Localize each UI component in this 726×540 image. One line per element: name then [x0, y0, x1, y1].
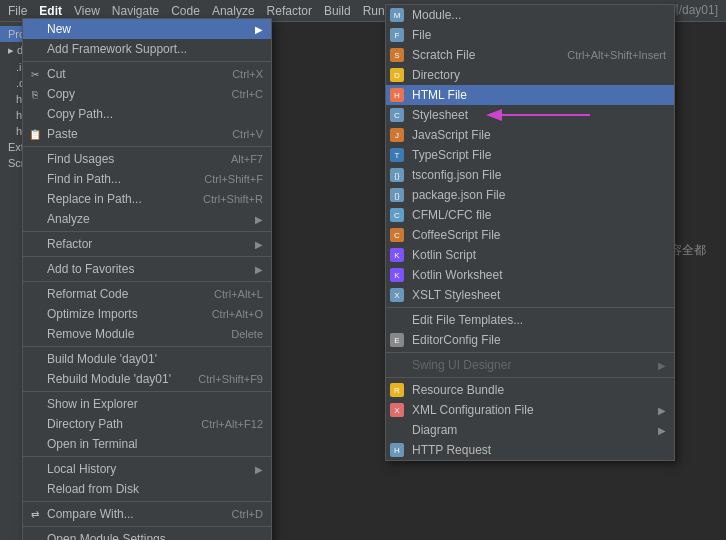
submenu-cfml[interactable]: C CFML/CFC file	[386, 205, 674, 225]
remove-module-shortcut: Delete	[211, 328, 263, 340]
submenu-http-request[interactable]: H HTTP Request	[386, 440, 674, 460]
file-label: File	[412, 28, 431, 42]
menu-refactor[interactable]: Refactor	[267, 4, 312, 18]
paste-shortcut: Ctrl+V	[212, 128, 263, 140]
submenu-module[interactable]: M Module...	[386, 5, 674, 25]
menu-item-optimize[interactable]: Optimize Imports Ctrl+Alt+O	[23, 304, 271, 324]
menu-code[interactable]: Code	[171, 4, 200, 18]
menu-item-analyze[interactable]: Analyze ▶	[23, 209, 271, 229]
typescript-file-label: TypeScript File	[412, 148, 491, 162]
separator-6	[23, 346, 271, 347]
submenu-new[interactable]: M Module... F File S Scratch File Ctrl+A…	[385, 4, 675, 461]
remove-module-label: Remove Module	[47, 327, 134, 341]
menu-item-new[interactable]: New ▶	[23, 19, 271, 39]
submenu-javascript-file[interactable]: J JavaScript File	[386, 125, 674, 145]
javascript-file-icon: J	[390, 128, 404, 142]
directory-label: Directory	[412, 68, 460, 82]
directory-icon: D	[390, 68, 404, 82]
directory-path-label: Directory Path	[47, 417, 123, 431]
menu-item-local-history[interactable]: Local History ▶	[23, 459, 271, 479]
analyze-arrow-icon: ▶	[255, 214, 263, 225]
copy-label: Copy	[47, 87, 75, 101]
find-usages-label: Find Usages	[47, 152, 114, 166]
main-context-menu[interactable]: New ▶ Add Framework Support... ✂ Cut Ctr…	[22, 18, 272, 540]
separator-3	[23, 231, 271, 232]
compare-icon: ⇄	[27, 506, 43, 522]
show-explorer-label: Show in Explorer	[47, 397, 138, 411]
menu-run[interactable]: Run	[363, 4, 385, 18]
submenu-xslt[interactable]: X XSLT Stylesheet	[386, 285, 674, 305]
local-history-arrow-icon: ▶	[255, 464, 263, 475]
submenu-xml-config[interactable]: X XML Configuration File ▶	[386, 400, 674, 420]
submenu-coffeescript[interactable]: C CoffeeScript File	[386, 225, 674, 245]
menu-item-find-in-path[interactable]: Find in Path... Ctrl+Shift+F	[23, 169, 271, 189]
find-in-path-label: Find in Path...	[47, 172, 121, 186]
submenu-diagram[interactable]: Diagram ▶	[386, 420, 674, 440]
reload-disk-label: Reload from Disk	[47, 482, 139, 496]
submenu-stylesheet[interactable]: C Stylesheet	[386, 105, 674, 125]
tsconfig-icon: {}	[390, 168, 404, 182]
menu-item-module-settings[interactable]: Open Module Settings	[23, 529, 271, 540]
submenu-resource-bundle[interactable]: R Resource Bundle	[386, 380, 674, 400]
menu-item-copy-path[interactable]: Copy Path...	[23, 104, 271, 124]
coffeescript-icon: C	[390, 228, 404, 242]
editorconfig-icon: E	[390, 333, 404, 347]
menu-item-directory-path[interactable]: Directory Path Ctrl+Alt+F12	[23, 414, 271, 434]
menu-item-refactor[interactable]: Refactor ▶	[23, 234, 271, 254]
module-settings-label: Open Module Settings	[47, 532, 166, 540]
menu-item-add-framework[interactable]: Add Framework Support...	[23, 39, 271, 59]
menu-file[interactable]: File	[8, 4, 27, 18]
submenu-kotlin-worksheet[interactable]: K Kotlin Worksheet	[386, 265, 674, 285]
kotlin-worksheet-label: Kotlin Worksheet	[412, 268, 503, 282]
submenu-directory[interactable]: D Directory	[386, 65, 674, 85]
submenu-file[interactable]: F File	[386, 25, 674, 45]
menu-item-reload-disk[interactable]: Reload from Disk	[23, 479, 271, 499]
xml-config-icon: X	[390, 403, 404, 417]
add-framework-label: Add Framework Support...	[47, 42, 187, 56]
menu-item-cut[interactable]: ✂ Cut Ctrl+X	[23, 64, 271, 84]
submenu-swing-designer[interactable]: Swing UI Designer ▶	[386, 355, 674, 375]
submenu-scratch-file[interactable]: S Scratch File Ctrl+Alt+Shift+Insert	[386, 45, 674, 65]
xslt-label: XSLT Stylesheet	[412, 288, 500, 302]
copy-shortcut: Ctrl+C	[212, 88, 263, 100]
separator-8	[23, 456, 271, 457]
compare-with-label: Compare With...	[47, 507, 134, 521]
submenu-html-file[interactable]: H HTML File	[386, 85, 674, 105]
refactor-label: Refactor	[47, 237, 92, 251]
menu-item-replace-in-path[interactable]: Replace in Path... Ctrl+Shift+R	[23, 189, 271, 209]
copy-icon: ⎘	[27, 86, 43, 102]
menu-navigate[interactable]: Navigate	[112, 4, 159, 18]
menu-item-show-explorer[interactable]: Show in Explorer	[23, 394, 271, 414]
submenu-editorconfig[interactable]: E EditorConfig File	[386, 330, 674, 350]
new-arrow-icon: ▶	[255, 24, 263, 35]
menu-item-paste[interactable]: 📋 Paste Ctrl+V	[23, 124, 271, 144]
submenu-package-json[interactable]: {} package.json File	[386, 185, 674, 205]
typescript-file-icon: T	[390, 148, 404, 162]
add-favorites-label: Add to Favorites	[47, 262, 134, 276]
swing-arrow-icon: ▶	[658, 360, 666, 371]
menu-edit[interactable]: Edit	[39, 4, 62, 18]
menu-item-reformat[interactable]: Reformat Code Ctrl+Alt+L	[23, 284, 271, 304]
open-terminal-label: Open in Terminal	[47, 437, 138, 451]
separator-1	[23, 61, 271, 62]
module-label: Module...	[412, 8, 461, 22]
menu-item-remove-module[interactable]: Remove Module Delete	[23, 324, 271, 344]
submenu-kotlin-script[interactable]: K Kotlin Script	[386, 245, 674, 265]
kotlin-worksheet-icon: K	[390, 268, 404, 282]
menu-item-copy[interactable]: ⎘ Copy Ctrl+C	[23, 84, 271, 104]
menu-item-rebuild-module[interactable]: Rebuild Module 'day01' Ctrl+Shift+F9	[23, 369, 271, 389]
menu-item-open-terminal[interactable]: Open in Terminal	[23, 434, 271, 454]
separator-10	[23, 526, 271, 527]
menu-item-build-module[interactable]: Build Module 'day01'	[23, 349, 271, 369]
menu-item-add-favorites[interactable]: Add to Favorites ▶	[23, 259, 271, 279]
menu-item-compare-with[interactable]: ⇄ Compare With... Ctrl+D	[23, 504, 271, 524]
menu-analyze[interactable]: Analyze	[212, 4, 255, 18]
menu-view[interactable]: View	[74, 4, 100, 18]
scratch-file-shortcut: Ctrl+Alt+Shift+Insert	[547, 49, 666, 61]
menu-item-find-usages[interactable]: Find Usages Alt+F7	[23, 149, 271, 169]
submenu-edit-templates[interactable]: Edit File Templates...	[386, 310, 674, 330]
submenu-typescript-file[interactable]: T TypeScript File	[386, 145, 674, 165]
submenu-tsconfig[interactable]: {} tsconfig.json File	[386, 165, 674, 185]
html-file-icon: H	[390, 88, 404, 102]
menu-build[interactable]: Build	[324, 4, 351, 18]
